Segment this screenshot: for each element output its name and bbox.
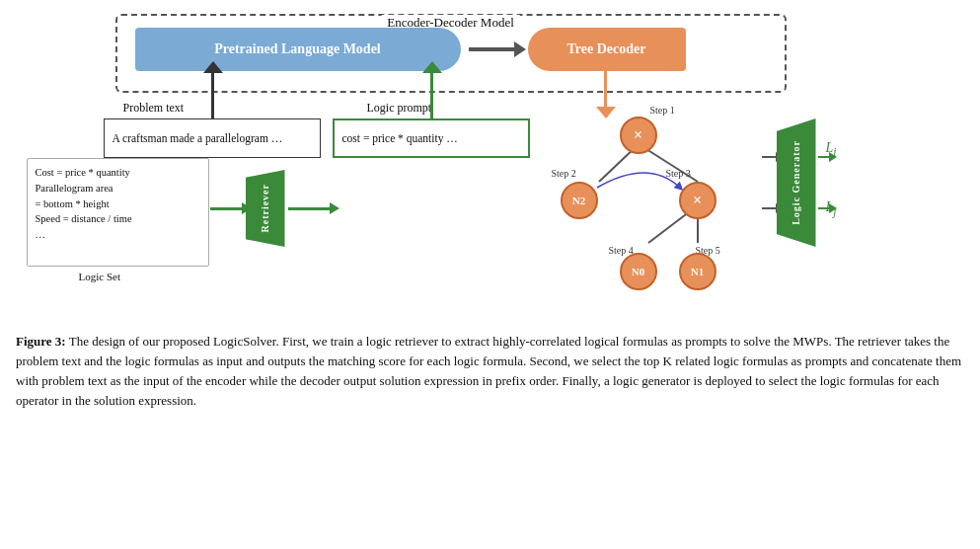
- node-step5: N1: [679, 253, 716, 290]
- li-text: Li: [826, 140, 837, 155]
- node-step1: ×: [620, 117, 657, 154]
- lj-text: Lj: [826, 199, 837, 214]
- logic-set-label: Logic Set: [79, 271, 120, 282]
- logic-set-line4: Speed = distance / time: [36, 211, 200, 227]
- logic-generator-box: Logic Generator: [777, 118, 816, 247]
- logic-set-line3: = bottom * height: [36, 196, 200, 212]
- node-step2: N2: [561, 182, 598, 219]
- step1-label: Step 1: [650, 105, 675, 116]
- problem-text-box: A craftsman made a parallelogram …: [104, 118, 321, 158]
- arrow-retriever-to-logic: [288, 207, 332, 210]
- step2-label: Step 2: [552, 168, 576, 179]
- retriever-box: Retriever: [246, 170, 285, 247]
- arrow-logicset-to-retriever: [210, 207, 244, 210]
- logic-generator-label: Logic Generator: [791, 140, 801, 225]
- tree-area: Step 1 × Step 2 N2 Step 3 × Step 4 N0 St…: [550, 99, 767, 296]
- logic-set-line2: Parallelogram area: [36, 181, 200, 196]
- arrow-tree-to-lg-1: [762, 156, 777, 158]
- node-step3: ×: [679, 182, 716, 219]
- plm-box: Pretrained Language Model: [135, 28, 461, 71]
- problem-text-label: Problem text: [123, 101, 185, 116]
- lj-label: Lj: [826, 199, 837, 218]
- caption-label: Figure 3:: [16, 334, 66, 349]
- logic-prompt-label: Logic prompt: [367, 101, 432, 116]
- plm-label: Pretrained Language Model: [214, 41, 381, 57]
- li-label: Li: [826, 140, 837, 159]
- problem-text-content: A craftsman made a parallelogram …: [113, 132, 283, 144]
- logic-prompt-box: cost = price * quantity …: [333, 118, 530, 158]
- logic-set-line5: …: [36, 227, 200, 243]
- diagram: Encoder-Decoder Model Pretrained Languag…: [17, 10, 964, 316]
- tree-decoder-box: Tree Decoder: [528, 28, 686, 71]
- figure-caption: Figure 3: The design of our proposed Log…: [16, 332, 963, 412]
- arrow-problem-to-plm: [211, 71, 214, 118]
- logic-set-box: Cost = price * quantity Parallelogram ar…: [27, 158, 209, 267]
- retriever-label: Retriever: [260, 184, 270, 233]
- logic-set-line1: Cost = price * quantity: [36, 165, 200, 181]
- arrow-tree-to-lg-2: [762, 207, 777, 209]
- tree-decoder-label: Tree Decoder: [567, 41, 646, 57]
- arrow-plm-to-td: [469, 47, 518, 51]
- arrow-logic-to-plm: [430, 71, 433, 118]
- step3-label: Step 3: [666, 168, 691, 179]
- caption-text: The design of our proposed LogicSolver. …: [16, 334, 961, 408]
- logic-prompt-content: cost = price * quantity …: [342, 132, 458, 144]
- node-step4: N0: [620, 253, 657, 290]
